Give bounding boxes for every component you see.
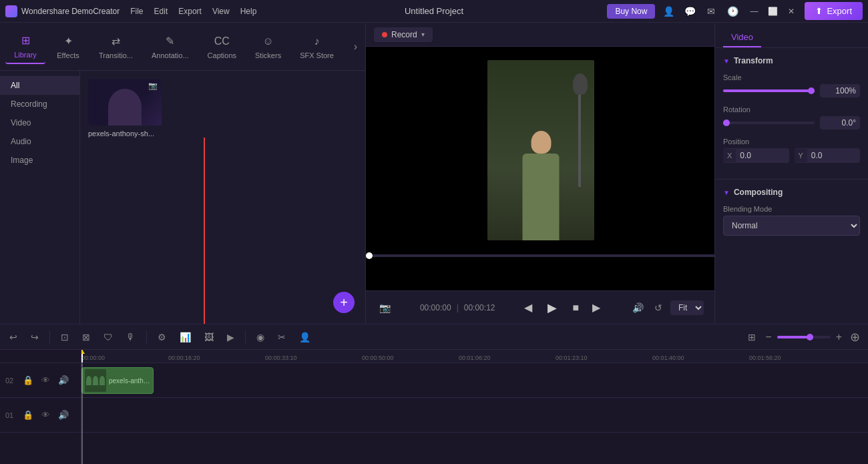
tab-transitions[interactable]: ⇄ Transitio...	[91, 30, 141, 63]
rotation-input[interactable]: 0.0°	[820, 116, 860, 130]
tab-captions[interactable]: CC Captions	[200, 30, 244, 63]
rotation-slider[interactable]	[723, 122, 815, 124]
tab-video-properties[interactable]: Video	[723, 28, 761, 47]
track-lock-01[interactable]: 🔒	[21, 409, 35, 421]
progress-bar[interactable]	[366, 254, 714, 257]
sidebar-item-audio[interactable]: Audio	[0, 132, 79, 151]
blending-field: Blending Mode Normal	[723, 205, 860, 236]
next-frame-button[interactable]: ▶	[590, 298, 603, 316]
stop-button[interactable]: ■	[570, 299, 582, 316]
refresh-button[interactable]: ↺	[652, 300, 665, 316]
playback-controls: ◀ ▶ ■ ▶	[521, 298, 603, 317]
redo-button[interactable]: ↪	[27, 329, 43, 345]
play-tl-button[interactable]: ▶	[223, 329, 238, 345]
tab-sfx[interactable]: ♪ SFX Store	[292, 30, 342, 63]
cut-button[interactable]: ✂	[274, 329, 290, 345]
track-lock-02[interactable]: 🔒	[21, 374, 35, 387]
scale-slider[interactable]	[723, 89, 815, 92]
menu-view[interactable]: View	[212, 7, 230, 16]
zoom-out-button[interactable]: −	[765, 331, 771, 343]
collapse-icon[interactable]: ▼	[723, 57, 730, 65]
user-icon[interactable]: 👤	[660, 3, 676, 19]
fit-select[interactable]: Fit	[670, 300, 704, 315]
split-button[interactable]: ⊠	[78, 329, 94, 345]
library-main: 📷 pexels-anthony-sh... +	[80, 71, 365, 324]
blend-mode-select[interactable]: Normal	[723, 216, 860, 236]
volume-button[interactable]: 🔊	[630, 300, 646, 316]
prev-frame-button[interactable]: ◀	[521, 298, 535, 316]
menu-export[interactable]: Export	[178, 7, 202, 16]
shield-button[interactable]: 🛡	[99, 329, 117, 345]
app-name: Wondershare DemoCreator	[21, 7, 120, 16]
close-button[interactable]: ✕	[783, 3, 799, 19]
record-dot	[382, 32, 387, 37]
position-y-input[interactable]: 0.0	[807, 148, 860, 163]
screenshot-button[interactable]: 📷	[377, 300, 393, 316]
sidebar-item-image[interactable]: Image	[0, 151, 79, 170]
add-track-button[interactable]: ⊕	[847, 327, 863, 347]
track-label-01: 01 🔒 👁 🔊	[0, 398, 81, 433]
minimize-button[interactable]: —	[746, 3, 762, 19]
person-button[interactable]: 👤	[295, 329, 314, 345]
tab-effects[interactable]: ✦ Effects	[48, 30, 88, 63]
track-mute-02[interactable]: 🔊	[57, 374, 70, 387]
sidebar-item-video[interactable]: Video	[0, 113, 79, 132]
image-button[interactable]: 🖼	[200, 329, 218, 345]
settings-button[interactable]: ⚙	[154, 329, 170, 345]
clip-label-02: pexels-anthony-st...	[109, 377, 150, 385]
record-bar: Record ▾	[366, 23, 714, 47]
left-panel: ⊞ Library ✦ Effects ⇄ Transitio... ✎ Ann…	[0, 23, 366, 324]
trim-button[interactable]: ⊡	[57, 329, 73, 345]
sfx-icon: ♪	[310, 34, 324, 49]
media-item[interactable]: 📷 pexels-anthony-sh...	[88, 79, 162, 138]
sidebar-item-all[interactable]: All	[0, 76, 79, 95]
record-button[interactable]: Record ▾	[374, 27, 433, 42]
track-eye-01[interactable]: 👁	[40, 409, 51, 421]
sidebar-item-recording[interactable]: Recording	[0, 95, 79, 113]
mic-button[interactable]: 🎙	[122, 329, 140, 345]
history-icon[interactable]: 🕐	[724, 3, 740, 19]
drag-arrow	[204, 138, 205, 324]
stickers-icon: ☺	[261, 34, 276, 49]
expand-button[interactable]: ⊞	[744, 329, 760, 345]
track-eye-02[interactable]: 👁	[40, 374, 51, 387]
clip-thumbnail	[85, 369, 106, 392]
timeline-ruler[interactable]: 00:00:00 00:00:16:20 00:00:33:10 00:00:5…	[81, 350, 868, 363]
rotation-field: Rotation 0.0°	[723, 105, 860, 130]
export-button[interactable]: ⬆ Export	[805, 2, 863, 20]
woman-figure	[523, 131, 560, 240]
tab-stickers[interactable]: ☺ Stickers	[247, 30, 289, 63]
preview-area	[366, 47, 714, 290]
mail-icon[interactable]: ✉	[703, 3, 719, 19]
tab-annotations[interactable]: ✎ Annotatio...	[144, 30, 197, 63]
undo-button[interactable]: ↩	[5, 329, 21, 345]
play-button[interactable]: ▶	[543, 298, 562, 317]
zoom-in-button[interactable]: +	[836, 331, 842, 343]
circle-button[interactable]: ◉	[252, 329, 268, 345]
record-chevron-icon: ▾	[421, 31, 425, 38]
tabs-more-icon[interactable]: ›	[351, 38, 360, 55]
toolbar-tabs: ⊞ Library ✦ Effects ⇄ Transitio... ✎ Ann…	[0, 23, 365, 71]
timeline-content: 02 🔒 👁 🔊 01 🔒 👁 🔊 00:00:00 00:00:16:20 0…	[0, 350, 868, 464]
menu-edit[interactable]: Edit	[154, 7, 168, 16]
media-clip-02[interactable]: pexels-anthony-st...	[81, 367, 154, 394]
track-playhead-line	[81, 363, 83, 464]
compositing-collapse-icon[interactable]: ▼	[723, 189, 730, 196]
maximize-button[interactable]: ⬜	[765, 3, 781, 19]
effects-icon: ✦	[61, 34, 75, 49]
top-bar: Wondershare DemoCreator File Edit Export…	[0, 0, 868, 23]
zoom-slider[interactable]	[777, 336, 831, 338]
tab-library[interactable]: ⊞ Library	[5, 29, 45, 64]
track-mute-01[interactable]: 🔊	[57, 409, 70, 421]
scale-input[interactable]: 100%	[820, 84, 860, 97]
chart-button[interactable]: 📊	[176, 329, 195, 345]
menu-bar: File Edit Export View Help	[130, 7, 256, 16]
notification-icon[interactable]: 💬	[682, 3, 698, 19]
position-x-input[interactable]: 0.0	[736, 148, 789, 163]
ruler-mark-1: 00:00:16:20	[168, 355, 200, 361]
menu-file[interactable]: File	[130, 7, 143, 16]
add-media-button[interactable]: +	[333, 292, 355, 313]
buy-now-button[interactable]: Buy Now	[607, 4, 655, 19]
menu-help[interactable]: Help	[240, 7, 257, 16]
compositing-title: ▼ Compositing	[723, 188, 860, 197]
